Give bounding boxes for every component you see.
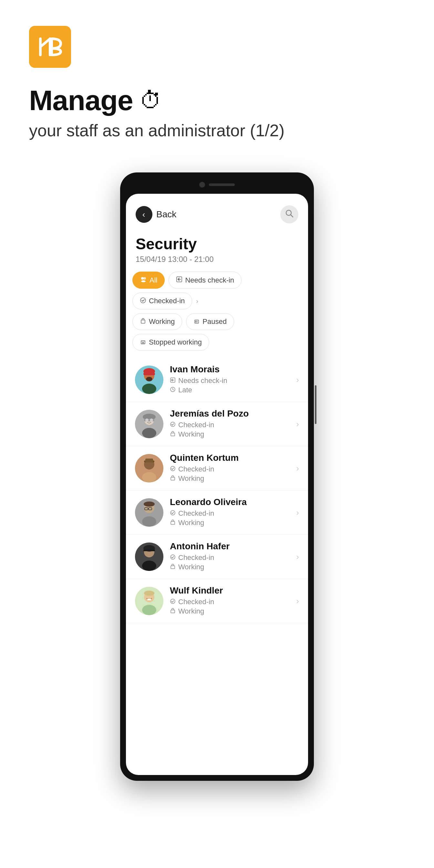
- stopped-icon: [140, 338, 146, 346]
- filter-needs-checkin[interactable]: Needs check-in: [168, 272, 242, 289]
- checked-in-icon: [140, 297, 146, 305]
- search-icon: [285, 209, 294, 220]
- staff-item-ivan-morais[interactable]: Ivan Morais Needs check-in: [126, 358, 308, 402]
- svg-point-30: [142, 428, 156, 438]
- back-label: Back: [156, 209, 176, 220]
- status-row-2-leonardo: Working: [170, 519, 293, 527]
- svg-point-6: [141, 298, 146, 303]
- working-icon-wulf: [170, 608, 176, 615]
- staff-name-wulf: Wulf Kindler: [170, 585, 293, 596]
- svg-rect-36: [145, 459, 153, 462]
- page-header: Manage ⏱ your staff as an administrator …: [0, 0, 434, 153]
- status-checkin-jeremias: Checked-in: [178, 421, 214, 429]
- status-row-1-ivan: Needs check-in: [170, 376, 293, 385]
- svg-point-4: [141, 280, 146, 282]
- svg-point-61: [170, 599, 175, 603]
- filter-all[interactable]: All: [132, 272, 165, 289]
- status-working-quinten: Working: [178, 474, 204, 483]
- back-button[interactable]: ‹ Back: [135, 206, 176, 223]
- chevron-right-ivan: ›: [296, 375, 299, 385]
- staff-name-jeremias: Jeremías del Pozo: [170, 408, 293, 419]
- status-working-jeremias: Working: [178, 430, 204, 438]
- filter-checked-in[interactable]: Checked-in: [132, 292, 192, 309]
- svg-rect-48: [171, 522, 175, 524]
- checkedin-icon-quinten: [170, 466, 176, 473]
- phone-device: ‹ Back Securit: [120, 173, 314, 781]
- section-title: Security: [135, 235, 299, 253]
- search-button[interactable]: [280, 206, 299, 223]
- staff-info-leonardo: Leonardo Oliveira Checked-in: [170, 497, 293, 528]
- status-row-2-jeremias: Working: [170, 430, 293, 438]
- filter-needs-checkin-label: Needs check-in: [185, 276, 234, 284]
- status-checkin-antonin: Checked-in: [178, 554, 214, 562]
- staff-info-ivan-morais: Ivan Morais Needs check-in: [170, 364, 293, 395]
- logo: [29, 26, 71, 68]
- avatar-wulf: [135, 587, 163, 615]
- chevron-right-wulf: ›: [296, 596, 299, 606]
- app-content: ‹ Back Securit: [126, 194, 308, 626]
- svg-rect-17: [144, 373, 155, 375]
- staff-item-wulf[interactable]: Wulf Kindler Checked-in: [126, 579, 308, 623]
- svg-line-23: [173, 390, 174, 390]
- status-row-1-jeremias: Checked-in: [170, 421, 293, 429]
- staff-item-leonardo[interactable]: Leonardo Oliveira Checked-in: [126, 491, 308, 535]
- chevron-right-antonin: ›: [296, 552, 299, 562]
- phone-notch: [126, 178, 308, 191]
- svg-point-58: [144, 591, 154, 596]
- filter-stopped[interactable]: Stopped working: [132, 334, 209, 351]
- svg-line-1: [290, 215, 293, 217]
- avatar-ivan-morais: [135, 366, 163, 394]
- status-checkin-leonardo: Checked-in: [178, 509, 214, 518]
- checkedin-icon-wulf: [170, 598, 176, 606]
- status-working-wulf: Working: [178, 607, 204, 616]
- staff-item-antonin[interactable]: Antonin Hafer Checked-in: [126, 535, 308, 579]
- scrollbar[interactable]: [315, 385, 316, 424]
- svg-rect-59: [147, 599, 151, 600]
- all-icon: [140, 276, 147, 284]
- status-row-2-antonin: Working: [170, 563, 293, 571]
- filter-checked-in-label: Checked-in: [149, 297, 185, 305]
- top-bar: ‹ Back: [126, 194, 308, 230]
- checkin-icon: [176, 276, 182, 284]
- status-row-1-antonin: Checked-in: [170, 554, 293, 562]
- svg-rect-55: [171, 566, 175, 569]
- status-row-2-ivan: Late: [170, 386, 293, 394]
- filter-stopped-label: Stopped working: [149, 338, 202, 346]
- filter-paused-label: Paused: [203, 317, 227, 326]
- svg-point-37: [142, 472, 156, 483]
- avatar-antonin: [135, 542, 163, 571]
- status-row-1-quinten: Checked-in: [170, 465, 293, 473]
- status-working-antonin: Working: [178, 563, 204, 571]
- paused-icon: [193, 318, 200, 326]
- staff-item-quinten[interactable]: Quinten Kortum Checked-in: [126, 446, 308, 491]
- staff-info-wulf: Wulf Kindler Checked-in: [170, 585, 293, 616]
- status-row-1-leonardo: Checked-in: [170, 509, 293, 518]
- filter-working[interactable]: Working: [132, 313, 182, 330]
- svg-point-28: [145, 418, 149, 422]
- status-late-ivan: Late: [178, 386, 192, 394]
- staff-name-ivan-morais: Ivan Morais: [170, 364, 293, 375]
- filter-paused[interactable]: Paused: [186, 313, 234, 330]
- svg-point-3: [144, 277, 146, 280]
- chevron-right-quinten: ›: [296, 463, 299, 473]
- staff-info-jeremias: Jeremías del Pozo Checked-in: [170, 408, 293, 439]
- checkedin-icon-antonin: [170, 554, 176, 562]
- phone-wrapper: ‹ Back Securit: [0, 173, 434, 807]
- back-circle: ‹: [135, 206, 152, 223]
- status-working-leonardo: Working: [178, 519, 204, 527]
- svg-point-29: [150, 418, 153, 422]
- working-icon-jeremias: [170, 431, 176, 438]
- svg-point-31: [170, 422, 175, 427]
- page-subtitle: your staff as an administrator (1/2): [29, 121, 405, 140]
- svg-rect-7: [141, 320, 145, 323]
- svg-point-54: [170, 555, 175, 559]
- checkedin-icon-leonardo: [170, 510, 176, 517]
- svg-rect-32: [171, 433, 175, 436]
- section-header: Security 15/04/19 13:00 - 21:00: [126, 230, 308, 272]
- staff-name-quinten: Quinten Kortum: [170, 453, 293, 463]
- chevron-right-leonardo: ›: [296, 507, 299, 518]
- staff-item-jeremias[interactable]: Jeremías del Pozo Checked-in: [126, 402, 308, 446]
- svg-rect-39: [171, 477, 175, 480]
- svg-rect-62: [171, 610, 175, 613]
- working-icon-leonardo: [170, 519, 176, 527]
